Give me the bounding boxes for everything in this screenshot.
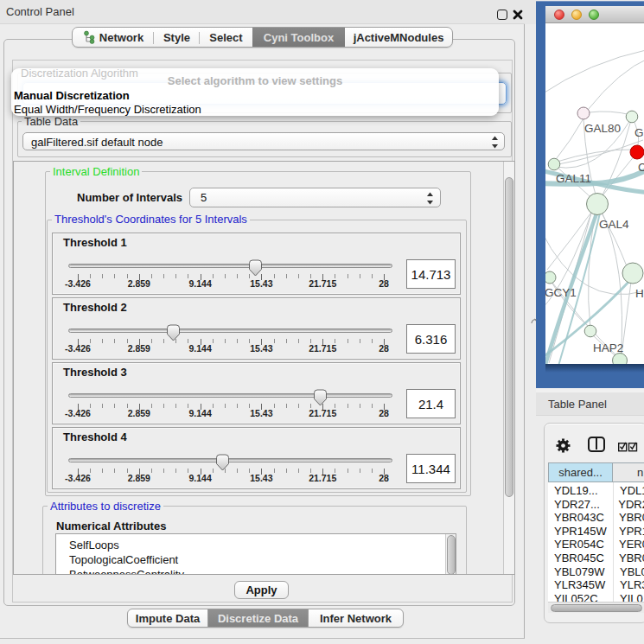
- svg-text:GAL80: GAL80: [584, 122, 621, 135]
- svg-text:HAP2: HAP2: [593, 341, 623, 354]
- svg-text:C: C: [638, 161, 644, 174]
- svg-text:H: H: [635, 287, 644, 300]
- svg-text:G...: G...: [634, 126, 644, 139]
- svg-text:GAL11: GAL11: [556, 172, 591, 185]
- svg-text:GCY1: GCY1: [545, 286, 577, 299]
- svg-text:GAL4: GAL4: [599, 218, 629, 231]
